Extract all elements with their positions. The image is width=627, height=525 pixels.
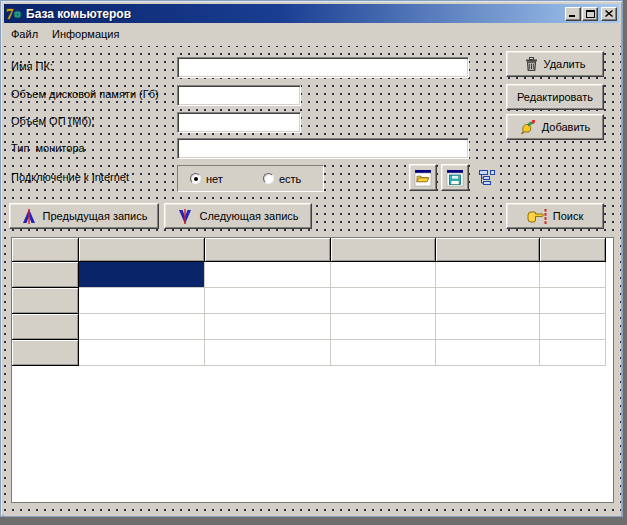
maximize-icon — [586, 10, 595, 18]
title-bar[interactable]: 7 База комьютеров — [4, 4, 619, 23]
row-header[interactable] — [12, 262, 79, 288]
close-button[interactable] — [601, 7, 617, 21]
grid-cell[interactable] — [436, 340, 540, 366]
ram-size-input[interactable] — [177, 112, 301, 133]
radio-yes[interactable] — [263, 173, 274, 184]
minimize-button[interactable] — [565, 7, 581, 21]
disk-size-label: Объем дисковой памяти (Гб) — [11, 88, 159, 100]
radio-no-label: нет — [206, 173, 223, 185]
next-record-label: Следующая запись — [199, 210, 298, 222]
grid-cell[interactable] — [205, 288, 331, 314]
add-record-icon — [520, 119, 536, 135]
open-folder-icon — [413, 168, 433, 188]
prev-record-label: Предыдущая запись — [43, 210, 148, 222]
radio-yes-label: есть — [279, 173, 301, 185]
svg-text:7: 7 — [6, 6, 14, 22]
grid-cell[interactable] — [79, 262, 205, 288]
monitor-type-label: Тип монитора — [11, 142, 85, 154]
edit-button-label: Редактировать — [517, 91, 593, 103]
grid-cell[interactable] — [331, 340, 436, 366]
prev-record-button[interactable]: Предыдущая запись — [9, 203, 159, 229]
column-header[interactable] — [436, 238, 540, 262]
maximize-button[interactable] — [582, 7, 598, 21]
grid-cell[interactable] — [79, 314, 205, 340]
row-header[interactable] — [12, 314, 79, 340]
structure-icon — [477, 168, 497, 188]
grid-cell[interactable] — [436, 262, 540, 288]
ram-size-label: Объем ОП (Мб): — [11, 115, 94, 127]
structure-button[interactable] — [474, 165, 500, 191]
grid-cell[interactable] — [540, 262, 606, 288]
close-icon — [605, 10, 613, 17]
row-header[interactable] — [12, 288, 79, 314]
edit-button[interactable]: Редактировать — [506, 84, 604, 110]
open-button[interactable] — [409, 164, 437, 191]
column-header[interactable] — [331, 238, 436, 262]
delete-button-label: Удалить — [544, 58, 586, 70]
app-window: 7 База комьютеров Файл Информация Имя ПК… — [0, 0, 623, 517]
next-record-button[interactable]: Следующая запись — [164, 203, 312, 229]
disk-size-input[interactable] — [177, 85, 301, 106]
add-button[interactable]: Добавить — [506, 114, 604, 140]
delete-button[interactable]: Удалить — [506, 51, 604, 77]
menu-item-information[interactable]: Информация — [46, 26, 127, 43]
pc-name-input[interactable] — [177, 57, 469, 78]
grid-cell[interactable] — [205, 262, 331, 288]
grid-cell[interactable] — [331, 262, 436, 288]
grid-cell[interactable] — [436, 288, 540, 314]
column-header[interactable] — [205, 238, 331, 262]
grid-cell[interactable] — [331, 314, 436, 340]
save-icon — [445, 168, 465, 188]
trash-icon — [525, 57, 538, 71]
grid-cell[interactable] — [205, 340, 331, 366]
grid-cell[interactable] — [540, 340, 606, 366]
save-button[interactable] — [441, 164, 469, 191]
window-title: База комьютеров — [26, 7, 131, 21]
grid-cell[interactable] — [79, 288, 205, 314]
design-surface: Имя ПК: Объем дисковой памяти (Гб) Объем… — [4, 46, 621, 516]
grid-cell[interactable] — [79, 340, 205, 366]
grid-cell[interactable] — [540, 314, 606, 340]
grid-cell[interactable] — [540, 288, 606, 314]
monitor-type-input[interactable] — [177, 138, 469, 159]
search-button-label: Поиск — [553, 210, 583, 222]
internet-label: Подключение к Internet — [11, 171, 129, 183]
row-header[interactable] — [12, 340, 79, 366]
minimize-icon — [569, 10, 577, 17]
corner-header[interactable] — [12, 238, 79, 262]
radio-no[interactable] — [190, 173, 201, 184]
menu-item-file[interactable]: Файл — [5, 26, 46, 43]
next-arrow-icon — [177, 209, 193, 224]
add-button-label: Добавить — [542, 121, 591, 133]
column-header[interactable] — [79, 238, 205, 262]
app-icon: 7 — [6, 6, 22, 22]
column-header[interactable] — [540, 238, 606, 262]
grid-cell[interactable] — [436, 314, 540, 340]
pc-name-label: Имя ПК: — [11, 60, 53, 72]
data-grid[interactable] — [11, 237, 614, 503]
prev-arrow-icon — [21, 209, 37, 224]
menu-bar: Файл Информация — [5, 25, 127, 43]
internet-options-panel: нет есть — [177, 165, 324, 192]
pointing-hand-icon — [527, 209, 547, 224]
grid-cell[interactable] — [205, 314, 331, 340]
grid-cell[interactable] — [331, 288, 436, 314]
search-button[interactable]: Поиск — [506, 203, 604, 229]
